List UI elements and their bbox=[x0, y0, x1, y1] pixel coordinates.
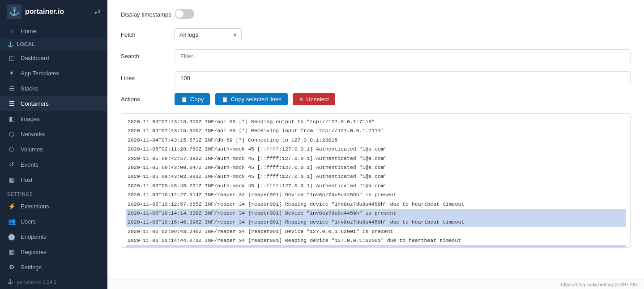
dashboard-icon: ◫ bbox=[7, 54, 16, 61]
sidebar-item-settings[interactable]: ⚙ Settings bbox=[0, 259, 107, 274]
display-timestamps-label: Display timestamps bbox=[121, 11, 175, 18]
sidebar-item-label: Images bbox=[21, 116, 40, 122]
status-bar: https://blog.cyda.net/tag-37497706 bbox=[107, 280, 644, 289]
endpoints-icon: ⬤ bbox=[7, 233, 16, 240]
fetch-dropdown-wrapper: All logs Last 100 lines Last 500 lines L… bbox=[175, 28, 242, 41]
app-templates-icon: ✦ bbox=[7, 69, 16, 77]
log-line[interactable]: 2020-11-05T09:43:00.047Z INF/auth-mock 4… bbox=[126, 163, 626, 172]
log-line[interactable]: 2020-11-04T07:43:15.300Z INF/api 59 [*] … bbox=[126, 117, 626, 126]
log-line[interactable]: 2020-11-05T02:11:28.760Z INF/auth-mock 4… bbox=[126, 145, 626, 154]
sidebar-item-label: Endpoints bbox=[21, 233, 47, 240]
sidebar-item-label: Registries bbox=[21, 249, 47, 255]
stacks-icon: ☰ bbox=[7, 85, 16, 92]
users-icon: 👥 bbox=[7, 218, 16, 225]
timestamps-toggle[interactable] bbox=[175, 9, 194, 19]
sidebar-logo: ⚓ portainer.io ⇄ bbox=[0, 0, 107, 23]
sidebar-item-label: Host bbox=[21, 177, 33, 183]
settings-icon: ⚙ bbox=[7, 263, 16, 271]
footer-logo-text: portainer.io bbox=[17, 279, 41, 285]
sidebar-item-label: Stacks bbox=[21, 85, 38, 92]
sidebar-item-label: App Templates bbox=[21, 70, 59, 77]
footer-logo-icon: ⚓ bbox=[7, 279, 13, 285]
home-icon: ⌂ bbox=[7, 27, 16, 35]
switch-endpoint-icon[interactable]: ⇄ bbox=[94, 7, 100, 16]
log-line[interactable]: 2020-11-06T02:09:43.240Z INF/reaper 34 [… bbox=[126, 227, 626, 236]
settings-section-header: SETTINGS bbox=[0, 187, 107, 198]
search-input[interactable] bbox=[175, 49, 631, 63]
sidebar-item-networks[interactable]: ⬡ Networks bbox=[0, 126, 107, 142]
sidebar: ⚓ portainer.io ⇄ ⌂ Home ⚓ LOCAL ◫ Dashbo… bbox=[0, 0, 107, 289]
sidebar-item-label: Networks bbox=[21, 131, 45, 138]
search-input-wrapper bbox=[175, 49, 631, 63]
containers-icon: ☰ bbox=[7, 100, 16, 107]
lines-row: Lines bbox=[121, 71, 631, 85]
local-icon: ⚓ bbox=[7, 41, 14, 47]
sidebar-item-host[interactable]: ▦ Host bbox=[0, 172, 107, 187]
log-line[interactable]: 2020-11-06T02:14:44.073Z INF/reaper 34 [… bbox=[126, 236, 626, 245]
sidebar-item-label: Events bbox=[21, 161, 38, 168]
log-line[interactable]: 2020-11-05T10:14:14.338Z INF/reaper 34 [… bbox=[126, 209, 626, 218]
sidebar-item-label: Volumes bbox=[21, 146, 43, 153]
sidebar-item-app-templates[interactable]: ✦ App Templates bbox=[0, 65, 107, 81]
sidebar-item-volumes[interactable]: ⬡ Volumes bbox=[0, 142, 107, 157]
actions-row: Actions 📋 Copy 📋 Copy selected lines ✕ U… bbox=[121, 93, 631, 105]
events-icon: ↺ bbox=[7, 161, 16, 168]
toggle-track bbox=[175, 9, 194, 19]
sidebar-item-endpoints[interactable]: ⬤ Endpoints bbox=[0, 229, 107, 244]
log-content[interactable]: 2020-11-04T07:43:15.300Z INF/api 59 [*] … bbox=[121, 114, 630, 247]
local-label: LOCAL bbox=[17, 41, 35, 47]
sidebar-item-containers[interactable]: ☰ Containers bbox=[0, 96, 107, 111]
lines-label: Lines bbox=[121, 75, 175, 82]
log-line[interactable]: 2020-11-05T10:12:27.614Z INF/reaper 34 [… bbox=[126, 190, 626, 199]
sidebar-item-label: Dashboard bbox=[21, 55, 49, 61]
sidebar-item-events[interactable]: ↺ Events bbox=[0, 157, 107, 172]
sidebar-item-dashboard[interactable]: ◫ Dashboard bbox=[0, 50, 107, 65]
images-icon: ◧ bbox=[7, 115, 16, 122]
main-content: Display timestamps Fetch All logs Last 1… bbox=[107, 0, 644, 289]
copy-button[interactable]: 📋 Copy bbox=[175, 93, 210, 105]
copy-icon: 📋 bbox=[181, 96, 188, 103]
sidebar-item-label: Users bbox=[21, 218, 36, 225]
lines-input[interactable] bbox=[175, 71, 631, 85]
sidebar-logo-text: portainer.io bbox=[25, 8, 94, 16]
svg-text:⚓: ⚓ bbox=[9, 7, 20, 17]
portainer-logo-icon: ⚓ bbox=[7, 4, 21, 19]
registries-icon: ▦ bbox=[7, 248, 16, 255]
fetch-select-wrapper: All logs Last 100 lines Last 500 lines L… bbox=[175, 28, 631, 41]
log-line[interactable]: 2020-11-05T09:43:02.893Z INF/auth-mock 4… bbox=[126, 172, 626, 181]
sidebar-item-label: Settings bbox=[21, 264, 42, 271]
sidebar-item-label: Extensions bbox=[21, 203, 49, 210]
sidebar-item-registries[interactable]: ▦ Registries bbox=[0, 244, 107, 259]
actions-label: Actions bbox=[121, 96, 175, 103]
sidebar-item-users[interactable]: 👥 Users bbox=[0, 214, 107, 229]
sidebar-item-stacks[interactable]: ☰ Stacks bbox=[0, 81, 107, 96]
log-line[interactable]: 2020-11-04T07:43:15.300Z INF/api 59 [*] … bbox=[126, 126, 626, 135]
display-timestamps-row: Display timestamps bbox=[121, 9, 631, 20]
log-line[interactable]: 2020-11-05T10:16:46.396Z INF/reaper 34 [… bbox=[126, 218, 626, 227]
unselect-button[interactable]: ✕ Unselect bbox=[293, 93, 335, 105]
search-row: Search bbox=[121, 49, 631, 63]
sidebar-item-home[interactable]: ⌂ Home bbox=[0, 23, 107, 39]
copy-selected-button[interactable]: 📋 Copy selected lines bbox=[215, 93, 288, 105]
log-line[interactable]: 2020-11-04T07:43:15.571Z INF/db 59 [*] C… bbox=[126, 136, 626, 145]
fetch-select[interactable]: All logs Last 100 lines Last 500 lines L… bbox=[175, 28, 242, 41]
lines-input-wrapper bbox=[175, 71, 631, 85]
sidebar-item-images[interactable]: ◧ Images bbox=[0, 111, 107, 126]
search-label: Search bbox=[121, 53, 175, 60]
sidebar-item-extensions[interactable]: ⚡ Extensions bbox=[0, 198, 107, 214]
log-line[interactable]: 2020-11-05T09:48:45.231Z INF/auth-mock 4… bbox=[126, 181, 626, 190]
log-line[interactable]: 2020-11-06T02:15:30.910Z INF/reaper 34 [… bbox=[126, 245, 626, 247]
sidebar-footer: ⚓ portainer.io 1.24.1 bbox=[0, 274, 107, 289]
log-container: 2020-11-04T07:43:15.300Z INF/api 59 [*] … bbox=[121, 113, 631, 248]
sidebar-local-header: ⚓ LOCAL bbox=[0, 39, 107, 50]
sidebar-item-label: Home bbox=[21, 28, 36, 35]
actions-buttons: 📋 Copy 📋 Copy selected lines ✕ Unselect bbox=[175, 93, 631, 105]
status-bar-text: https://blog.cyda.net/tag-37497706 bbox=[561, 282, 637, 287]
log-line[interactable]: 2020-11-05T09:42:57.382Z INF/auth-mock 4… bbox=[126, 154, 626, 163]
footer-version: 1.24.1 bbox=[43, 279, 57, 285]
fetch-label: Fetch bbox=[121, 31, 175, 38]
timestamps-toggle-wrapper[interactable] bbox=[175, 9, 631, 20]
log-line[interactable]: 2020-11-05T10:12:57.655Z INF/reaper 34 [… bbox=[126, 200, 626, 209]
volumes-icon: ⬡ bbox=[7, 146, 16, 153]
networks-icon: ⬡ bbox=[7, 130, 16, 138]
